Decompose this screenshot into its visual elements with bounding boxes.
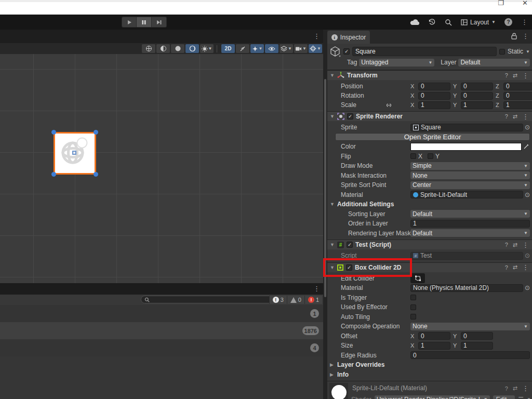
- component-menu-icon[interactable]: ⋮: [522, 113, 529, 121]
- auto-tiling-checkbox[interactable]: [410, 314, 416, 320]
- gameobject-name-field[interactable]: [352, 47, 497, 56]
- scale-y-field[interactable]: 1: [461, 101, 493, 109]
- console-entry-row[interactable]: 4: [0, 339, 323, 356]
- play-button[interactable]: [122, 17, 137, 28]
- 2d-toggle-button[interactable]: 2D: [221, 44, 235, 53]
- resize-handle-top-left[interactable]: [51, 130, 56, 135]
- position-x-field[interactable]: 0: [418, 83, 450, 90]
- eyedropper-button[interactable]: [522, 143, 530, 151]
- test-script-header[interactable]: ▼ # ✓ Test (Script) ? ⇄ ⋮: [327, 240, 532, 249]
- console-search-input[interactable]: [152, 296, 268, 303]
- sprite-sort-point-dropdown[interactable]: Center▼: [410, 181, 530, 189]
- shader-dropdown[interactable]: Universal Render Pipeline/2D/Sprite-Lit-…: [375, 395, 490, 399]
- info-foldout[interactable]: ▶ Info: [327, 370, 532, 380]
- mask-interaction-dropdown[interactable]: None▼: [410, 171, 530, 179]
- scale-z-field[interactable]: 1: [503, 101, 532, 109]
- rotation-y-field[interactable]: 0: [461, 92, 493, 100]
- material-thumbnail[interactable]: [329, 383, 348, 399]
- help-icon[interactable]: ?: [505, 385, 508, 392]
- rotation-z-field[interactable]: 0: [503, 92, 532, 100]
- rendering-layer-mask-dropdown[interactable]: Default▼: [410, 229, 530, 237]
- resize-handle-bottom-right[interactable]: [94, 172, 98, 177]
- component-menu-icon[interactable]: ⋮: [522, 263, 529, 271]
- cloud-icon[interactable]: [410, 19, 419, 25]
- gizmo-button[interactable]: ▼: [309, 44, 322, 53]
- transform-header[interactable]: ▼ Transform ? ⇄ ⋮: [327, 70, 532, 80]
- position-z-field[interactable]: 0: [503, 83, 532, 90]
- object-picker-icon[interactable]: ⊙: [525, 284, 530, 291]
- scene-view[interactable]: [0, 54, 323, 283]
- layout-dropdown[interactable]: Layout ▼: [461, 19, 496, 26]
- presets-icon[interactable]: ⇄: [513, 113, 517, 120]
- layers-button[interactable]: ▼: [280, 44, 293, 53]
- chevron-down-icon[interactable]: ▼: [527, 397, 531, 399]
- history-icon[interactable]: [428, 18, 436, 26]
- sorting-layer-dropdown[interactable]: Default▼: [410, 210, 530, 218]
- debug-options-button[interactable]: ▼: [200, 44, 214, 53]
- component-menu-icon[interactable]: ⋮: [522, 72, 529, 79]
- scale-x-field[interactable]: 1: [418, 101, 450, 109]
- sprite-renderer-enabled-checkbox[interactable]: ✓: [347, 113, 353, 119]
- shader-menu-icon[interactable]: ☰: [518, 396, 524, 399]
- foldout-arrow-icon[interactable]: ▼: [330, 114, 335, 119]
- additional-settings-foldout[interactable]: ▼ Additional Settings: [327, 200, 532, 209]
- gameobject-cube-icon[interactable]: [329, 46, 341, 57]
- help-icon[interactable]: ?: [505, 72, 508, 78]
- console-warning-toggle[interactable]: 0: [287, 296, 304, 304]
- pause-button[interactable]: [137, 17, 152, 28]
- position-y-field[interactable]: 0: [461, 83, 493, 90]
- console-entry-row[interactable]: 1876: [0, 322, 323, 339]
- shader-edit-button[interactable]: Edit...: [493, 395, 515, 399]
- help-icon[interactable]: ?: [505, 113, 508, 119]
- static-dropdown-icon[interactable]: ▼: [526, 49, 530, 54]
- tag-dropdown[interactable]: Untagged▼: [359, 59, 434, 66]
- window-restore-icon[interactable]: ❐: [498, 0, 504, 7]
- lock-icon[interactable]: [511, 33, 517, 39]
- audio-toggle-button[interactable]: [236, 44, 249, 53]
- open-sprite-editor-button[interactable]: Open Sprite Editor: [335, 133, 530, 141]
- wireframe-mode-button[interactable]: [156, 44, 170, 53]
- step-button[interactable]: [152, 17, 167, 28]
- console-error-toggle[interactable]: ! 1: [304, 296, 322, 304]
- draw-mode-dropdown[interactable]: Simple▼: [410, 162, 530, 170]
- edge-radius-field[interactable]: 0: [410, 351, 530, 359]
- object-picker-icon[interactable]: ⊙: [525, 252, 530, 259]
- flip-x-checkbox[interactable]: [410, 153, 416, 159]
- presets-icon[interactable]: ⇄: [513, 264, 517, 271]
- shaded-mode-button[interactable]: [142, 44, 155, 53]
- script-object-field[interactable]: # Test: [410, 252, 523, 260]
- color-swatch[interactable]: [410, 143, 522, 151]
- console-search-box[interactable]: [141, 296, 277, 303]
- layer-dropdown[interactable]: Default▼: [458, 59, 530, 66]
- selected-sprite-square[interactable]: [54, 132, 96, 175]
- console-entry-row[interactable]: 1: [0, 305, 323, 322]
- camera-button[interactable]: ▼: [294, 44, 308, 53]
- presets-icon[interactable]: ⇄: [513, 72, 517, 79]
- flip-y-checkbox[interactable]: [428, 153, 433, 159]
- object-picker-icon[interactable]: ⊙: [525, 124, 530, 131]
- visibility-button[interactable]: [265, 44, 278, 53]
- edit-collider-button[interactable]: [410, 273, 425, 283]
- layer-overrides-foldout[interactable]: ▶ Layer Overrides: [327, 360, 532, 370]
- used-by-effector-checkbox[interactable]: [410, 304, 416, 310]
- is-trigger-checkbox[interactable]: [410, 295, 416, 300]
- panel-divider[interactable]: [323, 30, 327, 399]
- material-object-field[interactable]: Sprite-Lit-Default: [410, 191, 523, 198]
- resize-handle-top-right[interactable]: [94, 130, 98, 135]
- physics-material-field[interactable]: None (Physics Material 2D): [410, 284, 523, 292]
- composite-operation-dropdown[interactable]: None▼: [410, 323, 530, 330]
- test-script-enabled-checkbox[interactable]: ✓: [347, 242, 353, 248]
- offset-x-field[interactable]: 0: [418, 332, 450, 340]
- scene-lighting-button[interactable]: [185, 44, 199, 53]
- help-icon[interactable]: ?: [505, 264, 508, 271]
- link-scale-icon[interactable]: [385, 103, 392, 108]
- offset-y-field[interactable]: 0: [461, 332, 493, 340]
- size-y-field[interactable]: 1: [461, 342, 493, 350]
- presets-icon[interactable]: ⇄: [513, 242, 517, 248]
- sprite-renderer-header[interactable]: ▼ ✓ Sprite Renderer ? ⇄ ⋮: [327, 111, 532, 121]
- effects-button[interactable]: ▼: [250, 44, 264, 53]
- sprite-pivot-handle[interactable]: [72, 151, 76, 155]
- search-icon[interactable]: [445, 19, 452, 26]
- sprite-object-field[interactable]: Square: [410, 124, 523, 131]
- solid-sphere-button[interactable]: [171, 44, 184, 53]
